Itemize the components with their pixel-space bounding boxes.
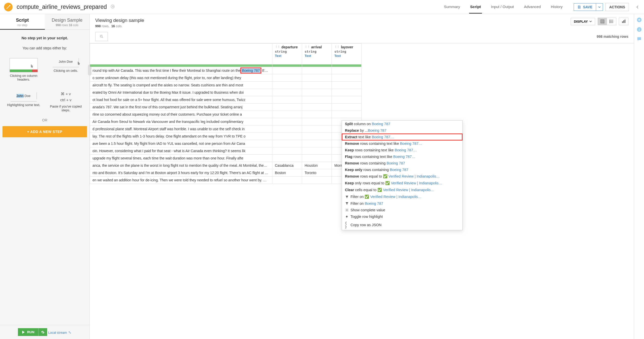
- display-button[interactable]: DISPLAY: [571, 18, 595, 25]
- example-paste: ⌘ + v ctrl + v: [48, 91, 83, 103]
- filter-icon: [345, 202, 349, 205]
- view-table-icon[interactable]: [598, 18, 607, 25]
- column-header-layover[interactable]: ⋮⋮layover string Text: [332, 44, 362, 64]
- context-menu-item[interactable]: Filter on Boeing 787: [342, 200, 462, 207]
- context-menu-item[interactable]: Keep only rows equal to ✅ Verified Revie…: [342, 180, 462, 187]
- sidebar-tab-design-sample[interactable]: Design Sample 998 rows 16 cols: [45, 14, 90, 30]
- example-highlight: John Doe: [11, 92, 37, 101]
- search-input[interactable]: [95, 32, 108, 41]
- rail-chat-icon[interactable]: [636, 36, 642, 42]
- nav-script[interactable]: Script: [469, 1, 482, 14]
- rail-add-icon[interactable]: [636, 17, 642, 23]
- example4-caption: Paste if you've copied steps.: [48, 105, 83, 112]
- nav-input-output[interactable]: Input / Output: [490, 1, 515, 14]
- right-rail: i: [634, 14, 644, 339]
- context-menu-item[interactable]: Toggle row highlight: [342, 213, 462, 220]
- svg-line-18: [102, 37, 103, 38]
- save-dropdown[interactable]: [596, 3, 603, 11]
- nav-history[interactable]: History: [550, 1, 564, 14]
- table-row[interactable]: ave been a 1.5 hour flight. My flight fr…: [90, 140, 362, 147]
- selected-text-token[interactable]: Boeing 787: [241, 69, 260, 73]
- svg-rect-15: [623, 20, 624, 23]
- context-menu-item[interactable]: Filter on ✅ Verified Review | Indianapol…: [342, 193, 462, 200]
- collapse-rail-icon[interactable]: [635, 5, 640, 9]
- table-row[interactable]: anca, the service on the plane is the wo…: [90, 162, 362, 169]
- context-menu-item[interactable]: Clear cells equal to ✅ Verified Review |…: [342, 187, 462, 193]
- main-subtitle: 998 rows, 16 cols: [95, 24, 144, 28]
- context-menu-item[interactable]: Remove rows equal to ✅ Verified Review |…: [342, 173, 462, 180]
- example-column-header: [10, 58, 38, 72]
- filter-icon: [345, 195, 349, 199]
- table-row[interactable]: rline so concerned about squeezing money…: [90, 111, 362, 118]
- braces-icon: { }: [345, 221, 349, 229]
- table-row[interactable]: upgrade my flight several times, each ti…: [90, 155, 362, 162]
- open-external-icon[interactable]: [110, 4, 115, 9]
- pointer-icon: [76, 61, 81, 66]
- svg-rect-16: [625, 20, 625, 23]
- column-header-departure[interactable]: ⋮⋮departure string Text: [272, 44, 302, 64]
- context-menu-item[interactable]: Keep only rows containing Boeing 787: [342, 166, 462, 173]
- table-row[interactable]: o some unknown delay (this was not menti…: [90, 74, 362, 82]
- table-row[interactable]: erated by Omni Air International due to …: [90, 89, 362, 96]
- svg-point-17: [100, 35, 102, 37]
- nav-summary[interactable]: Summary: [443, 1, 461, 14]
- context-menu-item[interactable]: { } Copy row as JSON: [342, 220, 462, 230]
- drag-handle-icon[interactable]: ⋮⋮: [275, 46, 280, 48]
- or-label: OR: [3, 118, 87, 122]
- table-row[interactable]: d professional plane staff. Montreal Air…: [90, 125, 362, 133]
- context-menu-item[interactable]: Remove rows containing Boeing 787: [342, 160, 462, 166]
- example3-caption: Highlighting some text.: [6, 103, 41, 107]
- view-list-icon[interactable]: [607, 18, 616, 25]
- sidebar-tab-script[interactable]: Script no step: [0, 14, 45, 30]
- top-nav: Summary Script Input / Output Advanced H…: [443, 1, 564, 14]
- view-chart-icon[interactable]: [619, 18, 628, 25]
- table-row[interactable]: en we waited an addition hour for de-ici…: [90, 177, 362, 184]
- column-header-arrival[interactable]: ⋮⋮arrival string Text: [302, 44, 332, 64]
- svg-text:i: i: [639, 28, 640, 31]
- table-row[interactable]: ot load hot food for sale on a 5+ hour f…: [90, 96, 362, 104]
- matching-rows: 998 matching rows: [597, 35, 628, 39]
- context-menu-item[interactable]: Flag rows containing text like Boeing 78…: [342, 153, 462, 160]
- topbar: compute_airline_reviews_prepared Summary…: [0, 0, 644, 14]
- context-menu-item[interactable]: Replace by ...Boeing 787: [342, 127, 462, 134]
- context-menu-item[interactable]: Split column on Boeing 787: [342, 121, 462, 127]
- table-row[interactable]: round trip with Air Canada. This was the…: [90, 67, 362, 74]
- run-button[interactable]: RUN: [18, 328, 38, 336]
- example-cell: John Doe: [53, 58, 79, 67]
- svg-rect-3: [601, 20, 604, 23]
- local-stream-link[interactable]: Local stream: [48, 331, 71, 334]
- nav-advanced[interactable]: Advanced: [523, 1, 542, 14]
- actions-button[interactable]: ACTIONS: [605, 3, 629, 11]
- svg-point-11: [610, 20, 610, 20]
- context-menu-item[interactable]: Keep rows containing text like Boeing 78…: [342, 147, 462, 153]
- data-table: ⋮⋮departure string Text ⋮⋮arrival string…: [90, 43, 362, 184]
- svg-point-19: [346, 210, 347, 211]
- run-settings-button[interactable]: [38, 328, 47, 336]
- svg-rect-14: [622, 21, 623, 23]
- context-menu-item[interactable]: Extract text like Boeing 787…: [342, 134, 462, 140]
- context-menu-item[interactable]: Show complete value: [342, 207, 462, 213]
- nostep-title: No step yet in your script.: [3, 36, 87, 40]
- svg-point-12: [610, 21, 610, 22]
- save-button[interactable]: SAVE: [574, 3, 596, 11]
- svg-point-13: [610, 22, 610, 23]
- main-title: Viewing design sample: [95, 18, 144, 23]
- add-step-button[interactable]: + ADD A NEW STEP: [3, 126, 87, 137]
- table-row[interactable]: oin. However, considering what I paid fo…: [90, 147, 362, 155]
- table-row[interactable]: Air Canada from Seoul to Newark via Vanc…: [90, 118, 362, 125]
- table-row[interactable]: aircraft to fly. The seating is cramped …: [90, 82, 362, 89]
- example1-caption: Clicking on column headers.: [6, 74, 41, 81]
- drag-handle-icon[interactable]: ⋮⋮: [305, 46, 310, 48]
- nostep-sub: You can add steps either by:: [3, 46, 87, 50]
- recipe-title: compute_airline_reviews_prepared: [17, 4, 115, 10]
- context-menu: Split column on Boeing 787Replace by ...…: [342, 120, 463, 230]
- rail-info-icon[interactable]: i: [636, 27, 642, 32]
- table-row[interactable]: anada's 787. We sat in the first row of …: [90, 104, 362, 111]
- bolt-icon: [345, 215, 349, 218]
- table-row[interactable]: nto and Boston. It's Saturday and I'm at…: [90, 169, 362, 177]
- table-row[interactable]: lay. The rest of the flights with 1-3 ho…: [90, 133, 362, 140]
- context-menu-item[interactable]: Remove rows containing text like Boeing …: [342, 140, 462, 147]
- brand-icon[interactable]: [4, 3, 13, 11]
- drag-handle-icon[interactable]: ⋮⋮: [334, 46, 339, 48]
- left-sidebar: Script no step Design Sample 998 rows 16…: [0, 14, 90, 339]
